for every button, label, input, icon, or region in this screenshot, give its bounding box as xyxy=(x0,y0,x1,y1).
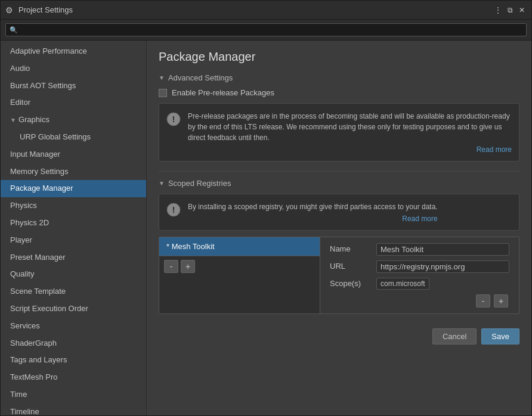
save-button[interactable]: Save xyxy=(481,328,519,344)
scoped-info-box: ! By installing a scoped registry, you m… xyxy=(159,194,519,231)
advanced-info-text: Pre-release packages are in the process … xyxy=(188,111,512,143)
enable-prerelease-row: Enable Pre-release Packages xyxy=(159,88,519,97)
sidebar-item-graphics-label: Graphics xyxy=(18,114,50,126)
url-value[interactable]: https://registry.npmjs.org xyxy=(376,260,509,273)
sidebar-item-services[interactable]: Services xyxy=(1,318,146,335)
sidebar-item-player[interactable]: Player xyxy=(1,232,146,249)
sidebar-item-script-exec[interactable]: Script Execution Order xyxy=(1,300,146,318)
scoped-read-more[interactable]: Read more xyxy=(188,215,438,223)
sidebar-item-shadergraph[interactable]: ShaderGraph xyxy=(1,335,146,352)
page-title: Package Manager xyxy=(159,50,519,64)
title-bar: ⚙ Project Settings ⋮ ⧉ ✕ xyxy=(1,1,531,20)
sidebar-item-adaptive-performance[interactable]: Adaptive Performance xyxy=(1,43,146,60)
scope-tag-microsoft: com.microsoft xyxy=(376,278,429,290)
search-icon: 🔍 xyxy=(10,26,18,34)
url-label: URL xyxy=(330,260,372,271)
window-icon: ⚙ xyxy=(5,5,15,15)
sidebar-item-scene-template[interactable]: Scene Template xyxy=(1,283,146,300)
warning-icon: ! xyxy=(166,112,181,126)
svg-text:!: ! xyxy=(172,114,175,124)
scope-label: Scope(s) xyxy=(330,278,372,288)
restore-button[interactable]: ⧉ xyxy=(505,5,515,15)
sidebar-item-timeline[interactable]: Timeline xyxy=(1,403,146,415)
scoped-info-content: By installing a scoped registry, you mig… xyxy=(188,201,438,223)
advanced-info-content: Pre-release packages are in the process … xyxy=(188,111,512,154)
scope-plus-button[interactable]: + xyxy=(494,294,508,308)
sidebar-item-package-manager[interactable]: Package Manager xyxy=(1,180,146,197)
registry-list-item[interactable]: * Mesh Toolkit xyxy=(159,237,320,256)
name-label: Name xyxy=(330,243,372,253)
sidebar-item-audio[interactable]: Audio xyxy=(1,60,146,77)
sidebar-item-quality[interactable]: Quality xyxy=(1,266,146,283)
advanced-settings-header: ▼ Advanced Settings xyxy=(159,73,519,82)
footer-buttons: Cancel Save xyxy=(159,324,519,344)
main-content: Adaptive Performance Audio Burst AOT Set… xyxy=(1,41,531,415)
scope-field: Scope(s) com.microsoft xyxy=(330,278,509,290)
scoped-info-inner: ! By installing a scoped registry, you m… xyxy=(166,201,512,223)
sidebar-item-urp[interactable]: URP Global Settings xyxy=(1,129,146,146)
enable-prerelease-checkbox[interactable] xyxy=(159,89,167,97)
sidebar: Adaptive Performance Audio Burst AOT Set… xyxy=(1,41,147,415)
scoped-registries-header: ▼ Scoped Registries xyxy=(159,179,519,188)
scoped-registries-label: Scoped Registries xyxy=(168,179,231,188)
scoped-warning-icon: ! xyxy=(166,203,181,217)
section-arrow-scoped: ▼ xyxy=(159,180,165,187)
close-button[interactable]: ✕ xyxy=(517,5,527,15)
sidebar-item-input-manager[interactable]: Input Manager xyxy=(1,146,146,163)
url-field: URL https://registry.npmjs.org xyxy=(330,260,509,273)
sidebar-item-tags-layers[interactable]: Tags and Layers xyxy=(1,352,146,369)
svg-text:!: ! xyxy=(172,205,175,215)
scope-tags: com.microsoft xyxy=(376,278,429,290)
sidebar-item-physics[interactable]: Physics xyxy=(1,197,146,215)
advanced-settings-section: ▼ Advanced Settings Enable Pre-release P… xyxy=(159,73,519,162)
list-minus-button[interactable]: - xyxy=(164,260,178,273)
sidebar-item-editor[interactable]: Editor xyxy=(1,94,146,111)
advanced-settings-label: Advanced Settings xyxy=(168,73,233,82)
window-controls: ⋮ ⧉ ✕ xyxy=(493,5,527,15)
detail-bottom-buttons: - + xyxy=(330,294,509,308)
sidebar-item-burst-aot[interactable]: Burst AOT Settings xyxy=(1,77,146,95)
search-wrapper: 🔍 xyxy=(5,23,527,36)
list-plus-button[interactable]: + xyxy=(181,260,195,273)
registry-panel: * Mesh Toolkit - + Name Mesh Toolkit URL xyxy=(159,237,519,314)
section-arrow-advanced: ▼ xyxy=(159,74,165,81)
registry-detail: Name Mesh Toolkit URL https://registry.n… xyxy=(320,237,519,313)
sidebar-item-graphics[interactable]: ▼ Graphics xyxy=(1,111,146,129)
name-field: Name Mesh Toolkit xyxy=(330,243,509,256)
sidebar-item-time[interactable]: Time xyxy=(1,386,146,403)
sidebar-item-preset-manager[interactable]: Preset Manager xyxy=(1,249,146,266)
advanced-read-more[interactable]: Read more xyxy=(188,145,512,154)
registry-list: * Mesh Toolkit - + xyxy=(159,237,320,313)
arrow-icon: ▼ xyxy=(10,116,16,125)
scope-minus-button[interactable]: - xyxy=(476,294,490,308)
section-divider xyxy=(159,171,519,172)
advanced-info-box: ! Pre-release packages are in the proces… xyxy=(159,103,519,162)
sidebar-item-physics-2d[interactable]: Physics 2D xyxy=(1,215,146,232)
project-settings-window: ⚙ Project Settings ⋮ ⧉ ✕ 🔍 Adaptive Perf… xyxy=(0,0,532,416)
cancel-button[interactable]: Cancel xyxy=(432,328,477,344)
search-bar: 🔍 xyxy=(1,20,531,41)
name-value[interactable]: Mesh Toolkit xyxy=(376,243,509,256)
sidebar-item-memory-settings[interactable]: Memory Settings xyxy=(1,163,146,181)
search-input[interactable] xyxy=(5,23,527,36)
scoped-registries-section: ▼ Scoped Registries ! By installing a sc… xyxy=(159,179,519,314)
sidebar-item-textmesh-pro[interactable]: TextMesh Pro xyxy=(1,369,146,386)
content-area: Package Manager ▼ Advanced Settings Enab… xyxy=(147,41,531,415)
advanced-info-inner: ! Pre-release packages are in the proces… xyxy=(166,111,512,154)
window-title: Project Settings xyxy=(18,5,493,14)
list-bottom-buttons: - + xyxy=(159,256,320,277)
scoped-info-text: By installing a scoped registry, you mig… xyxy=(188,201,438,212)
enable-prerelease-label: Enable Pre-release Packages xyxy=(172,88,274,97)
menu-button[interactable]: ⋮ xyxy=(493,5,503,15)
